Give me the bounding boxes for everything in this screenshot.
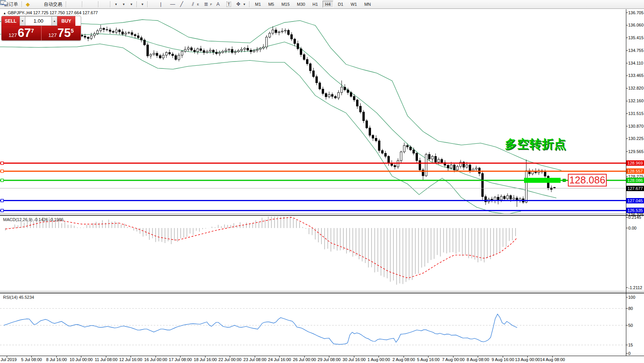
price-tag: 128.086 <box>626 178 644 183</box>
price-tick-label: 129.565 <box>628 149 644 154</box>
price-tick-label: 130.225 <box>628 136 644 141</box>
rsi-tick-label: 0 <box>628 351 644 356</box>
lot-decrease-button[interactable]: ▼ <box>20 16 25 26</box>
price-tick-label: 136.060 <box>628 23 644 28</box>
price-tick-label: 133.465 <box>628 73 644 78</box>
price-tick-label: 134.110 <box>628 61 644 66</box>
buy-button[interactable]: BUY <box>57 16 75 26</box>
buy-price-display[interactable]: 127 75 5 <box>42 26 81 40</box>
rsi-tick-label: 15 <box>628 343 644 348</box>
rsi-label: RSI(14) 45.5234 <box>3 295 34 300</box>
price-tick-label: 130.870 <box>628 124 644 129</box>
lot-increase-button[interactable]: ▲ <box>52 16 57 26</box>
price-tick-label: 134.755 <box>628 48 644 53</box>
price-tag: 128.969 <box>626 160 644 166</box>
date-label: 14 Aug 08:00 <box>535 357 570 362</box>
buy-price-pip: 5 <box>71 28 74 34</box>
symbol-ohlc-line: ▲GBPJPY-,H4 127.725 127.750 127.664 127.… <box>3 10 98 15</box>
price-tick-label: 136.705 <box>628 10 644 15</box>
sell-price-big: 67 <box>18 27 31 40</box>
lot-size-input[interactable] <box>25 16 52 26</box>
macd-tick-label: 0.2145 <box>628 215 644 220</box>
mt4-terminal: { "toolbar": { "new_order": "新订单", "auto… <box>0 0 644 363</box>
rsi-layer <box>0 308 626 345</box>
collapse-panel-icon[interactable]: ▲ <box>3 12 6 15</box>
sell-button[interactable]: SELL <box>2 16 20 26</box>
price-tag: 127.045 <box>626 198 644 203</box>
macd-tick-label: 0.00 <box>628 226 644 231</box>
sell-price-prefix: 127 <box>8 32 17 38</box>
buy-price-big: 75 <box>57 27 70 40</box>
bollinger-lower <box>0 44 521 214</box>
price-tick-label: 132.820 <box>628 86 644 91</box>
rsi-tick-label: 80 <box>628 306 644 311</box>
sell-price-display[interactable]: 127 67 7 <box>2 26 42 40</box>
rsi-tick-label: 100 <box>628 295 644 300</box>
turning-point-annotation: 多空转折点 <box>505 136 566 152</box>
sell-price-pip: 7 <box>31 28 34 34</box>
price-tick-label: 135.415 <box>628 35 644 40</box>
chart-canvas[interactable] <box>0 0 644 363</box>
main-chart-layer <box>0 20 626 214</box>
price-tag: 128.557 <box>626 168 644 174</box>
price-tag: 126.535 <box>626 208 644 213</box>
macd-label: MACD(12,26,9) -0.1426 -0.1986 <box>3 217 63 222</box>
price-tick-label: 132.160 <box>628 98 644 103</box>
rsi-tick-label: 50 <box>628 323 644 328</box>
price-callout-label: 128.086 <box>568 174 607 186</box>
buy-price-prefix: 127 <box>48 32 57 38</box>
symbol-ohlc-text: GBPJPY-,H4 127.725 127.750 127.664 127.6… <box>8 10 98 15</box>
price-tick-label: 131.515 <box>628 111 644 116</box>
macd-tick-label: -1.2112 <box>628 285 644 290</box>
one-click-trading-panel: SELL ▼ ▲ BUY 127 67 7 127 75 5 <box>1 16 81 41</box>
macd-layer <box>5 213 517 285</box>
bollinger-upper <box>0 20 561 170</box>
bollinger-middle <box>0 34 556 198</box>
highlight-band <box>524 178 561 183</box>
current-price-tag: 127.677 <box>626 186 644 191</box>
